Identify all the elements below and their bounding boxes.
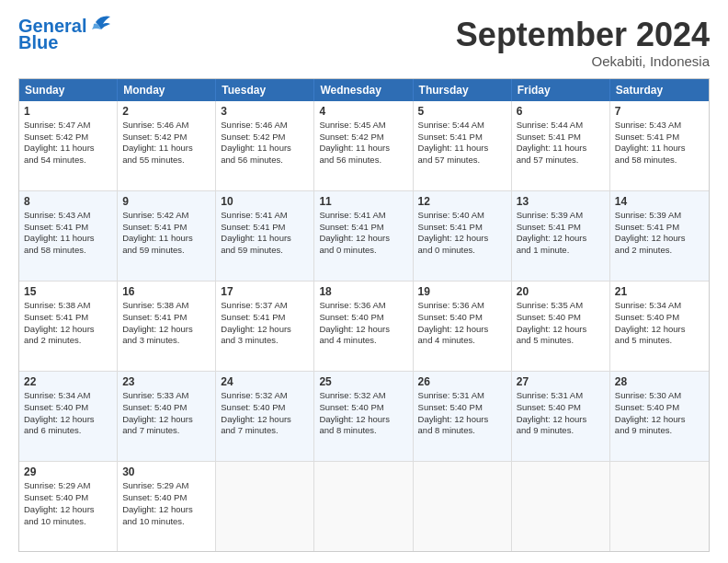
day-of-week-sunday: Sunday [19, 79, 118, 101]
day-number: 16 [122, 284, 210, 299]
calendar-week-1: 1Sunrise: 5:47 AMSunset: 5:42 PMDaylight… [19, 101, 709, 190]
day-info-line: Daylight: 11 hours [122, 143, 210, 155]
day-info-line: Sunrise: 5:41 AM [221, 210, 309, 222]
day-info-line: Sunset: 5:41 PM [221, 312, 309, 324]
day-info-line: and 9 minutes. [615, 425, 704, 437]
day-info-line: and 1 minute. [517, 245, 605, 257]
day-info-line: Sunrise: 5:44 AM [517, 120, 605, 132]
logo-blue: Blue [18, 33, 112, 52]
calendar-body: 1Sunrise: 5:47 AMSunset: 5:42 PMDaylight… [19, 101, 709, 551]
day-info-line: Sunset: 5:41 PM [615, 132, 704, 144]
day-number: 24 [221, 374, 309, 389]
day-info-line: and 56 minutes. [221, 155, 309, 167]
day-info-line: and 57 minutes. [517, 155, 605, 167]
day-info-line: and 3 minutes. [122, 335, 210, 347]
day-info-line: Sunset: 5:40 PM [517, 402, 605, 414]
page: General Blue September 2024 Oekabiti, In… [0, 0, 728, 563]
day-cell-29: 29Sunrise: 5:29 AMSunset: 5:40 PMDayligh… [19, 462, 118, 551]
day-cell-9: 9Sunrise: 5:42 AMSunset: 5:41 PMDaylight… [118, 191, 216, 281]
day-of-week-monday: Monday [118, 79, 216, 101]
day-cell-13: 13Sunrise: 5:39 AMSunset: 5:41 PMDayligh… [512, 191, 610, 281]
logo-icon [88, 13, 112, 33]
day-cell-16: 16Sunrise: 5:38 AMSunset: 5:41 PMDayligh… [118, 282, 216, 371]
day-cell-10: 10Sunrise: 5:41 AMSunset: 5:41 PMDayligh… [216, 191, 314, 281]
day-info-line: Sunset: 5:42 PM [122, 132, 210, 144]
day-info-line: Sunset: 5:42 PM [24, 132, 112, 144]
day-info-line: and 55 minutes. [122, 155, 210, 167]
day-info-line: Sunset: 5:41 PM [615, 222, 704, 234]
logo: General Blue [18, 17, 112, 52]
day-info-line: Sunrise: 5:32 AM [319, 390, 407, 402]
day-info-line: and 5 minutes. [615, 335, 704, 347]
day-info-line: Daylight: 12 hours [615, 324, 704, 336]
day-number: 9 [122, 194, 210, 209]
day-cell-30: 30Sunrise: 5:29 AMSunset: 5:40 PMDayligh… [118, 462, 216, 551]
day-info-line: Sunset: 5:41 PM [122, 222, 210, 234]
day-info-line: and 8 minutes. [418, 425, 506, 437]
calendar-week-4: 22Sunrise: 5:34 AMSunset: 5:40 PMDayligh… [19, 371, 709, 461]
day-info-line: Daylight: 12 hours [615, 414, 704, 426]
day-cell-5: 5Sunrise: 5:44 AMSunset: 5:41 PMDaylight… [414, 101, 512, 190]
day-info-line: Sunrise: 5:43 AM [615, 120, 704, 132]
day-info-line: Sunset: 5:41 PM [24, 312, 112, 324]
day-info-line: Daylight: 12 hours [517, 324, 605, 336]
day-info-line: and 2 minutes. [24, 335, 112, 347]
day-number: 2 [122, 104, 210, 119]
empty-cell [314, 462, 413, 551]
day-info-line: Sunrise: 5:45 AM [319, 120, 407, 132]
day-info-line: and 0 minutes. [319, 245, 407, 257]
day-cell-14: 14Sunrise: 5:39 AMSunset: 5:41 PMDayligh… [610, 191, 709, 281]
day-info-line: Sunset: 5:40 PM [615, 402, 704, 414]
day-info-line: Sunrise: 5:33 AM [122, 390, 210, 402]
day-number: 20 [517, 284, 605, 299]
empty-cell [610, 462, 709, 551]
day-info-line: Sunset: 5:42 PM [221, 132, 309, 144]
day-number: 28 [615, 374, 704, 389]
month-title: September 2024 [456, 17, 710, 53]
day-info-line: and 8 minutes. [319, 425, 407, 437]
day-info-line: Daylight: 12 hours [122, 324, 210, 336]
day-info-line: Daylight: 12 hours [221, 414, 309, 426]
day-info-line: Sunset: 5:41 PM [122, 312, 210, 324]
day-number: 7 [615, 104, 704, 119]
day-info-line: Daylight: 12 hours [24, 504, 112, 516]
day-info-line: Sunrise: 5:38 AM [122, 300, 210, 312]
day-number: 14 [615, 194, 704, 209]
day-cell-24: 24Sunrise: 5:32 AMSunset: 5:40 PMDayligh… [216, 372, 314, 461]
day-info-line: Daylight: 12 hours [221, 324, 309, 336]
day-info-line: Daylight: 12 hours [517, 414, 605, 426]
day-info-line: Daylight: 12 hours [615, 233, 704, 245]
title-block: September 2024 Oekabiti, Indonesia [456, 17, 710, 69]
day-number: 13 [517, 194, 605, 209]
day-info-line: Sunrise: 5:41 AM [319, 210, 407, 222]
day-number: 15 [24, 284, 112, 299]
day-info-line: Sunrise: 5:36 AM [418, 300, 506, 312]
day-of-week-thursday: Thursday [414, 79, 512, 101]
header: General Blue September 2024 Oekabiti, In… [18, 17, 710, 69]
day-number: 21 [615, 284, 704, 299]
day-info-line: and 5 minutes. [517, 335, 605, 347]
day-info-line: Daylight: 11 hours [221, 143, 309, 155]
day-info-line: Daylight: 12 hours [24, 414, 112, 426]
day-info-line: Daylight: 11 hours [615, 143, 704, 155]
day-cell-21: 21Sunrise: 5:34 AMSunset: 5:40 PMDayligh… [610, 282, 709, 371]
day-number: 29 [24, 465, 112, 479]
day-cell-27: 27Sunrise: 5:31 AMSunset: 5:40 PMDayligh… [512, 372, 610, 461]
day-info-line: Sunset: 5:40 PM [122, 402, 210, 414]
day-number: 22 [24, 374, 112, 389]
day-info-line: Sunset: 5:42 PM [319, 132, 407, 144]
day-info-line: and 58 minutes. [615, 155, 704, 167]
day-info-line: Sunset: 5:41 PM [24, 222, 112, 234]
day-cell-12: 12Sunrise: 5:40 AMSunset: 5:41 PMDayligh… [414, 191, 512, 281]
day-info-line: Sunrise: 5:46 AM [221, 120, 309, 132]
day-info-line: Sunrise: 5:31 AM [418, 390, 506, 402]
day-info-line: Daylight: 12 hours [418, 233, 506, 245]
day-number: 30 [122, 465, 210, 479]
day-info-line: Sunset: 5:41 PM [319, 222, 407, 234]
day-info-line: Sunset: 5:40 PM [418, 312, 506, 324]
calendar-week-3: 15Sunrise: 5:38 AMSunset: 5:41 PMDayligh… [19, 281, 709, 371]
day-number: 11 [319, 194, 407, 209]
day-info-line: Daylight: 12 hours [319, 233, 407, 245]
day-cell-2: 2Sunrise: 5:46 AMSunset: 5:42 PMDaylight… [118, 101, 216, 190]
day-info-line: Daylight: 11 hours [24, 233, 112, 245]
